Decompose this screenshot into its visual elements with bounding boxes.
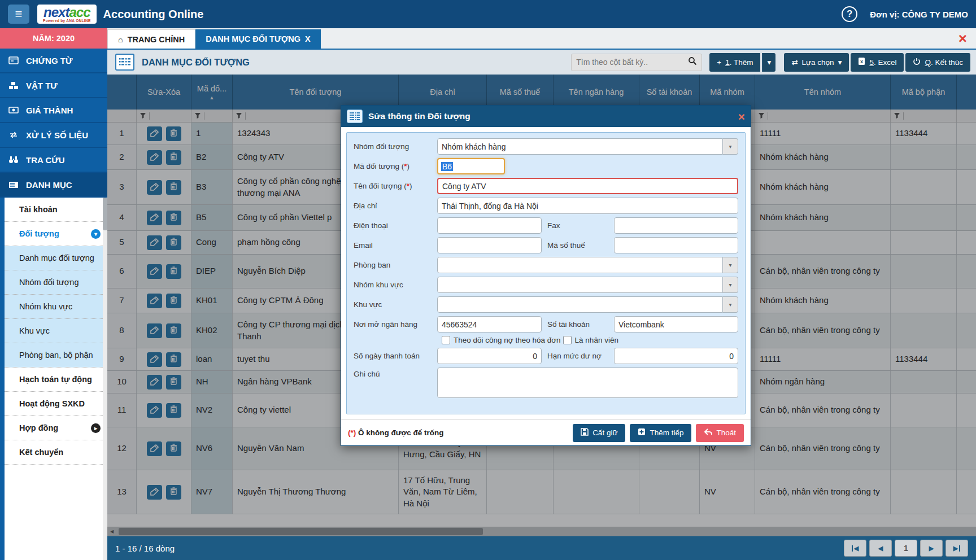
help-button[interactable]: ? [842, 6, 857, 22]
filter-funnel-icon[interactable] [894, 111, 900, 121]
hamburger-menu-button[interactable]: ≡ [8, 5, 29, 24]
sidebar-subitem-danh-muc-doi-tuong[interactable]: Danh mục đối tượng [5, 246, 107, 270]
email-input[interactable] [437, 237, 542, 253]
delete-row-button[interactable] [166, 294, 181, 308]
sidebar-subitem-khu-vuc[interactable]: Khu vực [5, 319, 107, 343]
delete-row-button[interactable] [166, 441, 181, 456]
horizontal-scrollbar[interactable]: ◀ ▶ [107, 527, 976, 536]
sidebar-subitem-nhom-khu-vuc[interactable]: Nhóm khu vực [5, 295, 107, 319]
is-employee-checkbox[interactable] [563, 336, 572, 344]
column-header-account[interactable]: Số tài khoản [639, 75, 700, 110]
column-filter-dept_code[interactable] [891, 110, 957, 122]
code-input[interactable]: B6 [437, 158, 505, 174]
save-button[interactable]: Cất giữ [573, 424, 625, 442]
name-input[interactable] [437, 178, 738, 194]
column-filter-code[interactable] [191, 110, 233, 122]
first-page-button[interactable]: ◀ [844, 540, 866, 557]
delete-row-button[interactable] [166, 211, 181, 225]
sidebar-subitem-tai-khoan[interactable]: Tài khoản [5, 198, 107, 222]
sidebar-scrollbar-thumb[interactable] [103, 198, 107, 230]
sidebar-subitem-hoat-dong-sxkd[interactable]: Hoạt động SXKD [5, 392, 107, 416]
delete-row-button[interactable] [166, 352, 181, 367]
tax-input[interactable] [614, 237, 738, 253]
filter-funnel-icon[interactable] [236, 111, 242, 121]
fax-input[interactable] [614, 217, 738, 234]
column-header-tax[interactable]: Mã số thuế [487, 75, 554, 110]
prev-page-button[interactable]: ◀ [869, 540, 892, 557]
sidebar-item-tra-cuu[interactable]: TRA CỨU [0, 148, 107, 173]
finish-button[interactable]: Q. Kết thúc [905, 53, 970, 72]
sidebar-scrollbar[interactable] [103, 198, 107, 560]
edit-row-button[interactable] [147, 211, 162, 225]
area-select[interactable]: ▾ [437, 296, 738, 313]
edit-row-button[interactable] [147, 126, 162, 141]
column-filter-num[interactable] [107, 110, 137, 122]
column-header-address[interactable]: Địa chỉ [399, 75, 487, 110]
chevron-down-icon[interactable]: ▾ [723, 296, 738, 313]
sidebar-item-xu-ly-so-lieu[interactable]: XỬ LÝ SỐ LIỆU [0, 123, 107, 148]
pay-days-input[interactable] [437, 348, 542, 364]
last-page-button[interactable]: ▶ [945, 540, 968, 557]
sidebar-item-chung-tu[interactable]: CHỨNG TỪ [0, 49, 107, 73]
group-select[interactable]: Nhóm khách hàng ▾ [437, 138, 738, 155]
edit-row-button[interactable] [147, 235, 162, 250]
filter-funnel-icon[interactable] [140, 111, 146, 121]
filter-funnel-icon[interactable] [194, 111, 201, 121]
sidebar-item-danh-muc[interactable]: DANH MỤC [0, 173, 107, 198]
chevron-down-icon[interactable]: ▾ [723, 138, 738, 155]
chevron-down-icon[interactable]: ▾ [723, 257, 738, 273]
delete-row-button[interactable] [166, 235, 181, 250]
tab-danh-muc-doi-tuong[interactable]: DANH MỤC ĐỐI TƯỢNG X [195, 29, 320, 49]
bank-place-input[interactable] [437, 316, 542, 333]
edit-row-button[interactable] [147, 441, 162, 456]
edit-row-button[interactable] [147, 485, 162, 500]
edit-row-button[interactable] [147, 150, 162, 165]
search-icon[interactable] [688, 56, 697, 68]
delete-row-button[interactable] [166, 323, 181, 338]
horizontal-scrollbar-thumb[interactable] [119, 528, 483, 535]
tab-close-icon[interactable]: X [305, 34, 311, 43]
column-header-name[interactable]: Tên đối tượng [233, 75, 399, 110]
delete-row-button[interactable] [166, 485, 181, 500]
delete-row-button[interactable] [166, 150, 181, 165]
sidebar-subitem-ket-chuyen[interactable]: Kết chuyển [5, 440, 107, 465]
column-header-dept_code[interactable]: Mã bộ phận [891, 75, 957, 110]
table-row-13[interactable]: 13NV7Nguyễn Thị Thương Thương17 Tố Hữu, … [107, 470, 976, 514]
edit-row-button[interactable] [147, 264, 162, 279]
edit-row-button[interactable] [147, 294, 162, 308]
scroll-left-icon[interactable]: ◀ [107, 527, 116, 536]
edit-row-button[interactable] [147, 180, 162, 195]
column-header-group_name[interactable]: Tên nhóm [755, 75, 891, 110]
year-header[interactable]: NĂM: 2020 [0, 28, 107, 49]
column-filter-actions[interactable] [137, 110, 191, 122]
sidebar-subitem-phong-ban-bo-phan[interactable]: Phòng ban, bộ phận [5, 343, 107, 368]
chevron-down-icon[interactable]: ▾ [723, 277, 738, 293]
note-textarea[interactable] [437, 368, 738, 398]
sidebar-item-vat-tu[interactable]: VẬT TƯ [0, 73, 107, 98]
delete-row-button[interactable] [166, 180, 181, 195]
column-filter-group_name[interactable] [755, 110, 891, 122]
address-input[interactable] [437, 198, 738, 214]
add-button[interactable]: + 1. Thêm [709, 53, 760, 72]
column-header-code[interactable]: Mã đố...▲ [191, 75, 233, 110]
select-columns-button[interactable]: ⇄ Lựa chọn ▾ [784, 53, 849, 72]
area-group-select[interactable]: ▾ [437, 277, 738, 293]
tab-home[interactable]: ⌂ TRANG CHÍNH [107, 29, 195, 49]
column-header-group_code[interactable]: Mã nhóm [700, 75, 755, 110]
edit-row-button[interactable] [147, 323, 162, 338]
search-input[interactable] [576, 58, 688, 67]
column-header-actions[interactable]: Sửa-Xóa [137, 75, 191, 110]
add-dropdown-button[interactable]: ▾ [762, 53, 775, 72]
next-page-button[interactable]: ▶ [920, 540, 943, 557]
credit-limit-input[interactable] [614, 348, 738, 364]
sidebar-subitem-hach-toan-tu-dong[interactable]: Hạch toán tự động [5, 368, 107, 392]
sidebar-subitem-hop-dong[interactable]: Hợp đồng▸ [5, 416, 107, 440]
delete-row-button[interactable] [166, 403, 181, 418]
edit-row-button[interactable] [147, 352, 162, 367]
exit-button[interactable]: Thoát [696, 424, 744, 442]
column-header-num[interactable] [107, 75, 137, 110]
search-box[interactable] [571, 54, 702, 71]
sidebar-item-gia-thanh[interactable]: GIÁ THÀNH [0, 98, 107, 123]
column-header-bank[interactable]: Tên ngân hàng [554, 75, 639, 110]
bank-account-input[interactable] [614, 316, 738, 333]
